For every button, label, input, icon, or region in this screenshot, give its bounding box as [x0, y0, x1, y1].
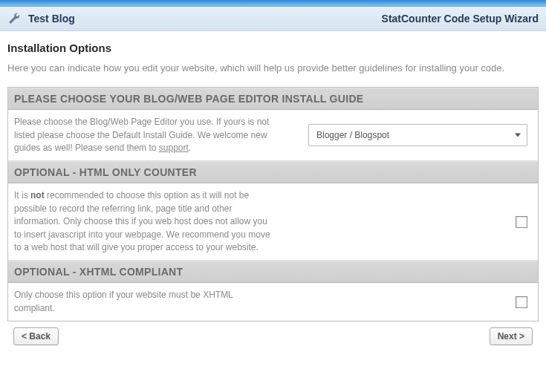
install-guide-select-value: Blogger / Blogspot [316, 130, 389, 140]
wizard-title: StatCounter Code Setup Wizard [382, 13, 539, 24]
box-body-xhtml: Only choose this option if your website … [8, 283, 538, 321]
install-guide-select[interactable]: Blogger / Blogspot [308, 124, 527, 146]
wizard-button-bar: < Back Next > [7, 321, 539, 354]
html-only-text: It is not recommended to choose this opt… [14, 189, 282, 254]
chevron-down-icon [515, 134, 521, 137]
support-link[interactable]: support [159, 143, 189, 153]
html-only-checkbox[interactable] [516, 216, 527, 228]
box-header-xhtml: OPTIONAL - XHTML COMPLIANT [8, 261, 538, 283]
xhtml-text: Only choose this option if your website … [14, 289, 282, 315]
xhtml-checkbox[interactable] [516, 296, 527, 308]
box-body-html-only: It is not recommended to choose this opt… [8, 183, 538, 261]
html-only-strong: not [30, 190, 45, 200]
wrench-icon [7, 11, 22, 26]
install-guide-text: Please choose the Blog/Web Page Editor y… [14, 116, 282, 154]
content-area: Installation Options Here you can indica… [0, 31, 546, 359]
options-box: PLEASE CHOOSE YOUR BLOG/WEB PAGE EDITOR … [7, 87, 539, 321]
box-header-install-guide: PLEASE CHOOSE YOUR BLOG/WEB PAGE EDITOR … [8, 88, 538, 110]
next-button[interactable]: Next > [490, 327, 533, 345]
header-bar: Test Blog StatCounter Code Setup Wizard [0, 7, 546, 31]
install-guide-text-pre: Please choose the Blog/Web Page Editor y… [14, 117, 269, 153]
window-top-accent [0, 0, 546, 7]
box-header-html-only: OPTIONAL - HTML ONLY COUNTER [8, 161, 538, 183]
project-title: Test Blog [28, 13, 75, 24]
page-heading: Installation Options [7, 42, 539, 54]
page-intro: Here you can indicate how you edit your … [7, 62, 539, 75]
box-body-install-guide: Please choose the Blog/Web Page Editor y… [8, 110, 538, 161]
html-only-text-post: recommended to choose this option as it … [14, 190, 270, 252]
install-guide-control: Blogger / Blogspot [282, 116, 532, 154]
back-button[interactable]: < Back [13, 327, 59, 345]
html-only-control [282, 189, 532, 254]
xhtml-control [282, 289, 532, 315]
html-only-text-pre: It is [14, 190, 30, 200]
install-guide-text-post: . [189, 143, 191, 153]
